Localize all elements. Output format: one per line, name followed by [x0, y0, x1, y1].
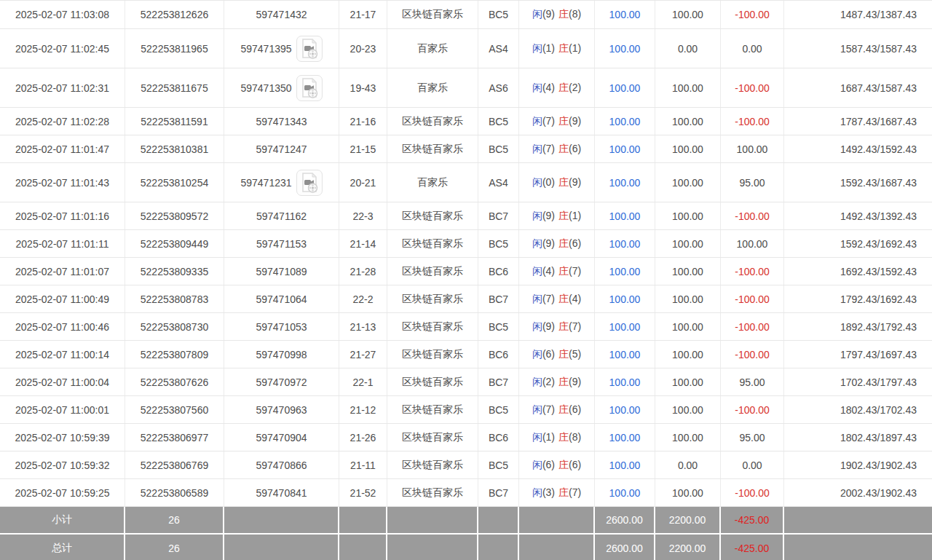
cell-round-id: 597471153	[224, 230, 339, 257]
player-result: 闲(3)	[532, 486, 555, 500]
cell-bet-amount[interactable]: 100.00	[595, 258, 655, 285]
subtotal-label: 小计	[0, 507, 125, 533]
cell-bet-time: 2025-02-07 11:03:08	[0, 1, 125, 28]
player-label: 闲	[532, 237, 542, 249]
player-score: (1)	[542, 42, 555, 54]
banker-score: (9)	[569, 376, 581, 387]
summary-win-loss: -425.00	[721, 535, 784, 560]
cell-valid-amount: 100.00	[655, 396, 721, 423]
cell-valid-amount: 100.00	[655, 202, 721, 229]
cell-table-code: BC5	[478, 230, 519, 257]
banker-score: (9)	[569, 115, 581, 127]
video-replay-button[interactable]	[296, 170, 323, 196]
table-row: 2025-02-07 11:02:28522253811591597471343…	[0, 108, 932, 135]
player-result: 闲(7)	[532, 143, 555, 156]
banker-result: 庄(5)	[558, 348, 581, 361]
cell-game-name: 百家乐	[387, 68, 478, 107]
cell-valid-amount: 100.00	[655, 135, 721, 162]
cell-bet-amount[interactable]: 100.00	[595, 135, 655, 162]
cell-game-name: 区块链百家乐	[387, 368, 478, 395]
player-score: (6)	[542, 459, 555, 470]
cell-win-loss: 0.00	[721, 29, 784, 68]
cell-valid-amount: 100.00	[655, 285, 721, 312]
cell-table-round: 20-21	[339, 163, 387, 202]
player-label: 闲	[532, 403, 542, 415]
banker-score: (7)	[569, 486, 581, 498]
banker-label: 庄	[558, 459, 569, 470]
banker-score: (8)	[569, 8, 581, 20]
banker-score: (6)	[569, 459, 581, 470]
cell-bet-amount[interactable]: 100.00	[595, 163, 655, 202]
table-row: 2025-02-07 11:00:46522253808730597471053…	[0, 313, 932, 341]
cell-bet-amount[interactable]: 100.00	[595, 424, 655, 451]
cell-round-id: 597471162	[224, 202, 339, 229]
cell-bet-amount[interactable]: 100.00	[595, 29, 655, 68]
summary-count: 26	[125, 535, 224, 560]
cell-table-code: BC6	[478, 341, 519, 368]
cell-game-name: 区块链百家乐	[387, 258, 478, 285]
cell-game-name: 区块链百家乐	[387, 202, 478, 229]
video-replay-icon	[300, 173, 319, 193]
cell-balance: 1802.43/1897.43	[784, 424, 932, 451]
cell-bet-amount[interactable]: 100.00	[595, 368, 655, 395]
cell-bet-amount[interactable]: 100.00	[595, 108, 655, 135]
video-replay-icon	[300, 39, 319, 59]
cell-order-id: 522253811591	[125, 108, 224, 135]
cell-bet-time: 2025-02-07 11:00:46	[0, 313, 125, 340]
cell-order-id: 522253806589	[125, 479, 224, 506]
cell-table-code: BC6	[478, 258, 519, 285]
cell-bet-amount[interactable]: 100.00	[595, 479, 655, 506]
cell-game-result: 闲(9)庄(8)	[519, 1, 595, 28]
cell-bet-amount[interactable]: 100.00	[595, 230, 655, 257]
player-label: 闲	[532, 293, 542, 304]
cell-balance: 1592.43/1692.43	[784, 230, 932, 257]
player-label: 闲	[532, 115, 542, 127]
cell-table-code: AS4	[478, 29, 519, 68]
cell-bet-time: 2025-02-07 10:59:39	[0, 424, 125, 451]
cell-bet-amount[interactable]: 100.00	[595, 313, 655, 340]
table-row: 2025-02-07 11:00:01522253807560597470963…	[0, 396, 932, 424]
cell-table-code: BC6	[478, 424, 519, 451]
cell-table-round: 21-27	[339, 341, 387, 368]
cell-game-name: 区块链百家乐	[387, 313, 478, 340]
cell-bet-amount[interactable]: 100.00	[595, 451, 655, 478]
banker-label: 庄	[558, 320, 569, 332]
player-label: 闲	[532, 265, 542, 277]
cell-bet-amount[interactable]: 100.00	[595, 68, 655, 107]
cell-bet-time: 2025-02-07 11:01:07	[0, 258, 125, 285]
cell-bet-amount[interactable]: 100.00	[595, 285, 655, 312]
cell-balance: 1902.43/1902.43	[784, 451, 932, 478]
player-result: 闲(9)	[532, 8, 555, 21]
table-row: 2025-02-07 10:59:39522253806977597470904…	[0, 424, 932, 451]
cell-bet-amount[interactable]: 100.00	[595, 202, 655, 229]
banker-label: 庄	[558, 237, 569, 249]
player-score: (7)	[542, 293, 555, 304]
cell-valid-amount: 100.00	[655, 313, 721, 340]
cell-bet-time: 2025-02-07 10:59:25	[0, 479, 125, 506]
cell-bet-time: 2025-02-07 11:02:28	[0, 108, 125, 135]
cell-bet-amount[interactable]: 100.00	[595, 396, 655, 423]
video-replay-button[interactable]	[296, 75, 323, 101]
cell-balance: 1692.43/1592.43	[784, 258, 932, 285]
round-id-text: 597471089	[256, 266, 307, 277]
cell-balance: 1892.43/1792.43	[784, 313, 932, 340]
video-replay-button[interactable]	[296, 36, 323, 62]
cell-table-code: BC5	[478, 313, 519, 340]
round-id-text: 597470841	[256, 487, 307, 499]
cell-bet-amount[interactable]: 100.00	[595, 341, 655, 368]
table-row: 2025-02-07 10:59:25522253806589597470841…	[0, 479, 932, 507]
round-id-text: 597470998	[256, 349, 307, 360]
cell-balance: 1492.43/1592.43	[784, 135, 932, 162]
cell-balance: 1687.43/1587.43	[784, 68, 932, 107]
cell-table-round: 21-26	[339, 424, 387, 451]
cell-game-result: 闲(6)庄(6)	[519, 451, 595, 478]
player-result: 闲(9)	[532, 210, 555, 223]
banker-result: 庄(8)	[558, 431, 581, 444]
player-result: 闲(9)	[532, 237, 555, 251]
player-result: 闲(4)	[532, 265, 555, 278]
cell-balance: 1487.43/1387.43	[784, 1, 932, 28]
cell-table-round: 21-15	[339, 135, 387, 162]
banker-score: (6)	[569, 237, 581, 249]
summary-valid-amount: 2200.00	[655, 507, 721, 533]
cell-bet-amount[interactable]: 100.00	[595, 1, 655, 28]
